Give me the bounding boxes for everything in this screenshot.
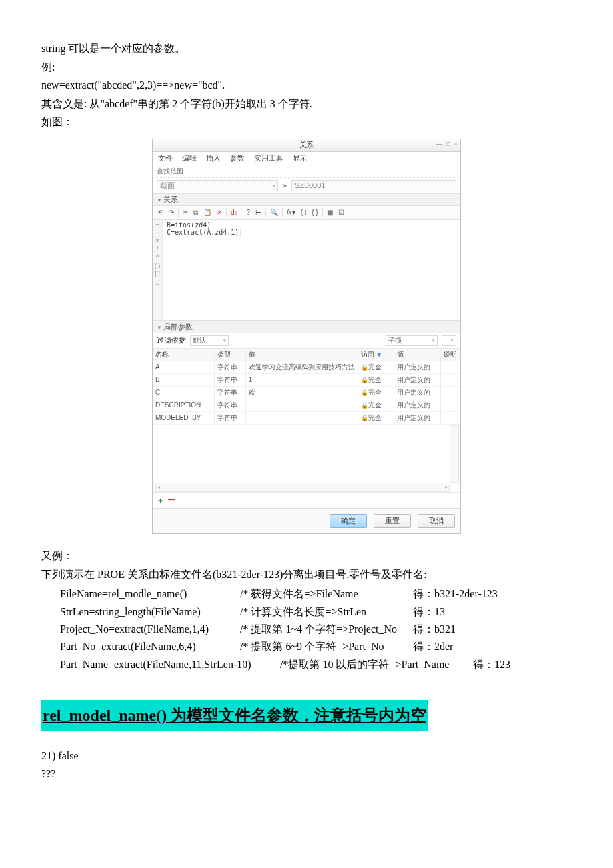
op-eq[interactable]: = xyxy=(155,280,159,287)
menu-params[interactable]: 参数 xyxy=(230,153,245,163)
intro-line: string 可以是一个对应的参数。 xyxy=(41,40,572,57)
scope-group-label: 查找范围 xyxy=(153,165,460,178)
example2-table: FileName=rel_modle_name()/* 获得文件名=>FileN… xyxy=(41,585,572,673)
paren-icon[interactable]: ( ) xyxy=(299,208,308,217)
cut-icon[interactable]: ✂ xyxy=(181,208,189,217)
op-paren[interactable]: ( ) xyxy=(155,263,161,269)
pointer-icon[interactable]: ➤ xyxy=(282,182,287,189)
h-scrollbar[interactable]: ◂▸ xyxy=(155,483,450,492)
remove-param-icon[interactable]: — xyxy=(168,495,175,505)
v-scrollbar[interactable] xyxy=(450,425,459,483)
col-value[interactable]: 值 xyxy=(245,349,358,361)
col-desc[interactable]: 说明 xyxy=(441,349,460,361)
col-name[interactable]: 名称 xyxy=(153,349,215,361)
op-mult[interactable]: × xyxy=(155,237,159,244)
relations-editor: + − × / ^ ( ) [ ] = B=itos(zd4) C=extrac… xyxy=(153,220,460,321)
menu-file[interactable]: 文件 xyxy=(158,153,173,163)
sheet-icon[interactable]: ▦ xyxy=(326,208,334,217)
scope-dropdown[interactable]: 截面 xyxy=(157,180,278,191)
find-icon[interactable]: 🔍 xyxy=(269,208,279,217)
example-row: Part_Name=extract(FileName,11,StrLen-10)… xyxy=(60,656,572,673)
col-access[interactable]: 访问 ▼ xyxy=(358,349,394,361)
intro-line: 如图： xyxy=(41,113,572,131)
ruler-icon[interactable]: ⊢ xyxy=(254,208,263,217)
units-icon[interactable]: d₀ xyxy=(229,208,239,217)
filter-dropdown[interactable]: 默认 xyxy=(190,335,229,346)
op-pow[interactable]: ^ xyxy=(156,253,159,260)
cancel-button[interactable]: 取消 xyxy=(418,514,455,528)
table-row[interactable]: A字符串欢迎学习交流高级阵列应用技巧方法🔒完全用户定义的 xyxy=(153,361,460,373)
maximize-icon[interactable]: □ xyxy=(446,141,450,147)
menu-edit[interactable]: 编辑 xyxy=(182,153,197,163)
col-source[interactable]: 源 xyxy=(394,349,440,361)
intro-line: 例: xyxy=(41,59,572,76)
reset-button[interactable]: 重置 xyxy=(374,514,411,528)
relations-dialog: 关系 — □ × 文件 编辑 插入 参数 实用工具 显示 查找范围 截面 ➤ S… xyxy=(152,139,461,534)
scope-object-field[interactable]: SZD0001 xyxy=(291,180,456,191)
dialog-title: 关系 xyxy=(299,140,314,150)
col-type[interactable]: 类型 xyxy=(215,349,245,361)
dialog-footer: 确定 重置 取消 xyxy=(153,508,460,533)
example-row: StrLen=string_length(FileName)/* 计算文件名长度… xyxy=(60,603,572,621)
redo-icon[interactable]: ↷ xyxy=(167,208,175,217)
table-row[interactable]: MODELED_BY字符串🔒完全用户定义的 xyxy=(153,411,460,424)
minimize-icon[interactable]: — xyxy=(436,141,442,147)
add-param-icon[interactable]: ＋ xyxy=(157,495,164,505)
menu-tools[interactable]: 实用工具 xyxy=(254,153,283,163)
example-row: Part_No=extract(FileName,6,4)/* 提取第 6~9 … xyxy=(60,638,572,655)
tail-line: ??? xyxy=(41,765,572,783)
undo-icon[interactable]: ↶ xyxy=(157,208,165,217)
params-table: 名称 类型 值 访问 ▼ 源 说明 A字符串欢迎学习交流高级阵列应用技巧方法🔒完… xyxy=(153,349,460,425)
operator-gutter: + − × / ^ ( ) [ ] = xyxy=(153,220,163,320)
ok-button[interactable]: 确定 xyxy=(330,514,367,528)
extra-dropdown[interactable] xyxy=(442,335,456,346)
example2-desc: 下列演示在 PROE 关系由标准文件名(b321-2der-123)分离出项目号… xyxy=(41,566,572,583)
paste-icon[interactable]: 📋 xyxy=(202,208,213,217)
delete-icon[interactable]: ✕ xyxy=(215,208,223,217)
subitem-dropdown[interactable]: 子项 xyxy=(386,335,438,346)
equals-question-icon[interactable]: =? xyxy=(241,208,251,217)
relations-section-header[interactable]: 关系 xyxy=(153,193,460,206)
bracket-icon[interactable]: { } xyxy=(310,208,319,217)
tail-line: 21) false xyxy=(41,747,572,765)
menu-insert[interactable]: 插入 xyxy=(206,153,221,163)
example2-head: 又例： xyxy=(41,547,572,565)
copy-icon[interactable]: ⧉ xyxy=(192,208,199,217)
local-params-header[interactable]: 局部参数 xyxy=(153,321,460,333)
op-plus[interactable]: + xyxy=(155,221,159,228)
check-icon[interactable]: ☑ xyxy=(337,208,346,217)
highlight-note: rel_model_name() 为模型文件名参数，注意括号内为空 xyxy=(41,700,428,731)
params-empty-area: ▲ ▼ ◂▸ xyxy=(153,425,460,492)
filter-label: 过滤依据 xyxy=(157,335,186,345)
intro-line: new=extract("abcded",2,3)==>new="bcd". xyxy=(41,77,572,94)
close-icon[interactable]: × xyxy=(454,141,458,147)
fx-icon[interactable]: fx▾ xyxy=(285,208,297,217)
table-row[interactable]: C字符串欢🔒完全用户定义的 xyxy=(153,386,460,399)
op-minus[interactable]: − xyxy=(155,229,159,236)
menu-display[interactable]: 显示 xyxy=(293,153,307,163)
code-area[interactable]: B=itos(zd4) C=extract(A,zd4,1)| xyxy=(163,220,247,320)
titlebar: 关系 — □ × xyxy=(153,139,460,152)
op-bracket[interactable]: [ ] xyxy=(155,271,160,277)
example-row: Project_No=extract(FileName,1,4)/* 提取第 1… xyxy=(60,621,572,638)
relations-toolbar: ↶ ↷ ✂ ⧉ 📋 ✕ d₀ =? ⊢ 🔍 fx▾ ( ) { } ▦ ☑ xyxy=(153,206,460,220)
menu-bar: 文件 编辑 插入 参数 实用工具 显示 xyxy=(153,152,460,165)
intro-line: 其含义是: 从"abcdef"串的第 2 个字符(b)开始取出 3 个字符. xyxy=(41,95,572,113)
example-row: FileName=rel_modle_name()/* 获得文件名=>FileN… xyxy=(60,585,572,603)
table-row[interactable]: DESCRIPTION字符串🔒完全用户定义的 xyxy=(153,399,460,411)
table-row[interactable]: B字符串1🔒完全用户定义的 xyxy=(153,373,460,386)
op-div[interactable]: / xyxy=(157,245,159,252)
